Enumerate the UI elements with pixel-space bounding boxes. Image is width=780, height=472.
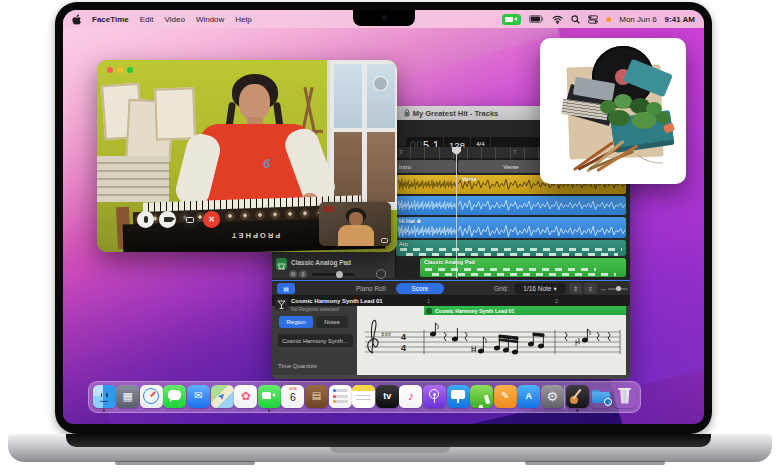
dock-item-appstore[interactable]: A (517, 384, 540, 411)
grid-select[interactable]: 1/16 Note▾ (515, 283, 565, 294)
camera-button[interactable] (159, 211, 176, 228)
midi-region-pad[interactable]: Classic Analog Pad (420, 258, 626, 277)
dock-item-numbers[interactable] (470, 384, 493, 411)
running-indicator (576, 409, 579, 412)
settings-icon: ⚙ (541, 385, 564, 408)
search-icon[interactable] (571, 15, 580, 24)
time-sig-bottom: 4 (401, 343, 406, 353)
tab-region[interactable]: Region (279, 316, 313, 328)
reminders-icon (329, 385, 352, 408)
patch-name-field[interactable]: Cosmic Harmony Synth… (278, 334, 353, 347)
sweater-number: 6 (263, 156, 270, 171)
dock-item-keynote[interactable] (447, 384, 470, 411)
dock-item-downloads[interactable]: ↓ (590, 384, 613, 411)
menu-window[interactable]: Window (196, 15, 224, 24)
arrangement-marker-intro[interactable]: Intro (396, 160, 456, 173)
solo-button[interactable]: S (299, 270, 307, 278)
window-title: My Greatest Hit - Tracks (413, 109, 498, 118)
dock-item-mail[interactable]: ✉ (187, 384, 210, 411)
pan-knob[interactable] (376, 269, 386, 279)
dock-item-safari[interactable] (140, 384, 163, 411)
wifi-icon[interactable] (552, 15, 563, 24)
mic-button[interactable] (137, 211, 154, 228)
dock-item-settings[interactable]: ⚙ (541, 384, 564, 411)
dock-item-launchpad[interactable]: ▦ (116, 384, 139, 411)
messages-icon (163, 385, 186, 408)
dock-item-finder[interactable] (93, 384, 116, 411)
mute-button[interactable]: M (289, 270, 297, 278)
editor-view-button[interactable]: ▤ (277, 283, 295, 294)
menu-help[interactable]: Help (235, 15, 251, 24)
dock-item-garageband[interactable] (566, 384, 589, 411)
macbook-lid: My Greatest Hit - Tracks 005.1 BARBEAT 1… (55, 2, 712, 434)
editor-ruler-mark: 2 (555, 298, 558, 304)
podcasts-icon (423, 385, 446, 408)
dock-item-contacts[interactable]: ▤ (305, 384, 328, 411)
score-sheet[interactable]: ♯♯♯ 4 4 (357, 306, 626, 375)
control-center-icon[interactable] (588, 15, 598, 24)
menu-video[interactable]: Video (165, 15, 185, 24)
dock-item-messages[interactable] (163, 384, 186, 411)
dock-item-tv[interactable]: tv (376, 384, 399, 411)
list-button[interactable]: ≡ (584, 283, 597, 294)
dock-item-facetime[interactable] (258, 384, 281, 411)
midi-region-arp[interactable]: Arp (396, 240, 626, 256)
fullscreen-button[interactable] (373, 76, 388, 91)
inspector-subtitle: No Regions selected (291, 306, 339, 312)
tab-piano-roll[interactable]: Piano Roll (356, 285, 386, 292)
dock-item-calendar[interactable]: JUN6 (281, 384, 304, 411)
region-label: Hi Hat ⊕ (399, 218, 421, 224)
minimize-button[interactable] (117, 67, 123, 73)
facetime-camera (382, 15, 387, 20)
camera-icon (164, 217, 172, 223)
person-face (239, 84, 270, 121)
score-region-title: Cosmic Harmony Synth Lead 01 (435, 308, 514, 314)
display-notch (353, 10, 415, 26)
lock-icon (404, 109, 410, 117)
menu-date[interactable]: Mon Jun 6 (619, 15, 656, 24)
dock-item-photos[interactable]: ✿ (234, 384, 257, 411)
region-label: Verse (462, 176, 477, 182)
photos-icon: ✿ (234, 385, 257, 408)
ruler-mark: 3 (399, 149, 402, 155)
dock-item-maps[interactable]: ➤ (211, 384, 234, 411)
score-region-header[interactable]: Cosmic Harmony Synth Lead 01 (424, 306, 626, 315)
patch-icon (275, 297, 288, 310)
dock: ▦✉➤✿JUN6▤tv♪✎A⚙↓ (88, 381, 641, 413)
end-call-button[interactable]: ✕ (203, 211, 220, 228)
zoom-button[interactable] (127, 67, 133, 73)
audio-region-hihat[interactable]: Hi Hat ⊕ (396, 217, 626, 238)
region-label: Arp (399, 241, 408, 247)
camera-active-indicator[interactable] (502, 14, 521, 25)
garageband-icon (566, 385, 589, 408)
apple-menu-icon[interactable] (72, 14, 81, 25)
battery-icon (529, 15, 544, 23)
menu-edit[interactable]: Edit (140, 15, 154, 24)
maps-icon: ➤ (211, 385, 234, 408)
macbook-screen: My Greatest Hit - Tracks 005.1 BARBEAT 1… (63, 10, 704, 424)
dock-item-pages[interactable]: ✎ (494, 384, 517, 411)
editor-ruler-mark: 1 (427, 298, 430, 304)
keynote-icon (447, 385, 470, 408)
share-button[interactable] (181, 211, 198, 228)
mic-icon (144, 216, 148, 223)
dock-item-notes[interactable] (352, 384, 375, 411)
dock-item-podcasts[interactable] (423, 384, 446, 411)
audio-region-drums[interactable] (396, 196, 626, 215)
tab-score[interactable]: Score (396, 283, 444, 294)
playhead[interactable] (456, 147, 457, 278)
dock-item-trash[interactable] (613, 384, 636, 411)
menu-time[interactable]: 9:41 AM (665, 15, 695, 24)
volume-slider[interactable] (312, 273, 354, 276)
tab-notes[interactable]: Notes (316, 316, 348, 328)
width-icon: ↔ (600, 285, 607, 292)
dock-item-reminders[interactable] (329, 384, 352, 411)
zoom-v-button[interactable]: ⇕ (569, 283, 582, 294)
menu-facetime[interactable]: FaceTime (92, 15, 129, 24)
close-button[interactable] (107, 67, 113, 73)
dock-item-music[interactable]: ♪ (399, 384, 422, 411)
chevron-down-icon: ▾ (553, 285, 556, 293)
zoom-slider[interactable] (608, 288, 628, 290)
pip-self-view[interactable] (319, 202, 391, 246)
calendar-icon: JUN6 (281, 385, 304, 408)
